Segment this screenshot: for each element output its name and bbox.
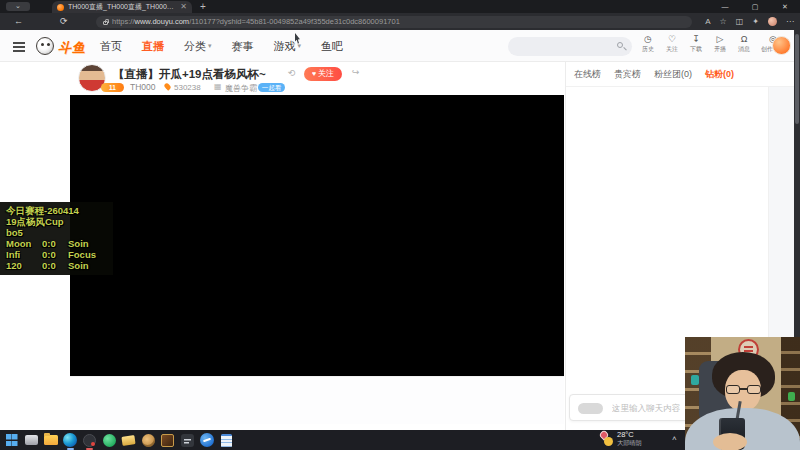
taskbar: 28°C 大部晴朗 ˄: [0, 430, 800, 450]
nav-live[interactable]: 直播: [142, 39, 164, 54]
weather-desc: 大部晴朗: [617, 439, 642, 447]
webcam-person-hand: [713, 433, 747, 450]
share-icon[interactable]: ↪: [352, 67, 360, 77]
browser-tabstrip: ⌄ TH000直播_TH000直播_TH000视… ✕ + — ▢ ✕: [0, 0, 800, 13]
taskbar-weather[interactable]: 28°C 大部晴朗: [600, 431, 643, 447]
more-menu-icon[interactable]: ⋯: [786, 17, 794, 26]
room-tag[interactable]: 一起看: [258, 83, 285, 93]
tab-fan-club[interactable]: 粉丝团(0): [654, 68, 692, 81]
tray-chevron-icon[interactable]: ˄: [672, 434, 677, 443]
favorite-icon[interactable]: ☆: [720, 17, 727, 26]
schedule-format: bo5: [6, 227, 111, 238]
nav-esports[interactable]: 赛事: [232, 39, 254, 54]
category-link[interactable]: 魔兽争霸: [225, 83, 257, 94]
weather-temp: 28°C: [617, 431, 643, 439]
match-row: Infi0:0Focus: [6, 249, 111, 260]
window-controls: — ▢ ✕: [710, 0, 800, 13]
back-icon[interactable]: ←: [14, 16, 23, 26]
schedule-title: 今日赛程-260414: [6, 205, 111, 216]
action-download[interactable]: ↧下载: [684, 33, 708, 54]
w3champions-icon[interactable]: [180, 433, 195, 448]
game-avatar-icon[interactable]: [141, 433, 156, 448]
extensions-icon[interactable]: ✦: [752, 17, 759, 26]
url-text: https://www.douyu.com/110177?dyshid=45b8…: [112, 17, 400, 26]
maximize-button[interactable]: ▢: [740, 0, 770, 13]
webcam-shelf-item: [788, 392, 795, 401]
schedule-subtitle: 19点杨风Cup: [6, 216, 111, 227]
nav-categories[interactable]: 分类▾: [184, 39, 212, 54]
search-box: [508, 37, 632, 56]
schedule-overlay: 今日赛程-260414 19点杨风Cup bo5 Moon0:0Soin Inf…: [0, 202, 113, 275]
read-aloud-icon[interactable]: A: [705, 17, 710, 26]
search-icon[interactable]: [617, 42, 623, 48]
action-broadcast[interactable]: ▷开播: [708, 33, 732, 54]
webcam-overlay: [685, 337, 800, 450]
douyu-logo-text[interactable]: 斗鱼: [58, 39, 86, 57]
minimize-button[interactable]: —: [710, 0, 740, 13]
lock-icon: [103, 21, 108, 25]
start-icon[interactable]: [4, 433, 19, 448]
tab-diamond-fans[interactable]: 钻粉(0): [705, 68, 734, 81]
hamburger-menu-icon[interactable]: [13, 42, 25, 52]
file-explorer-icon[interactable]: [43, 433, 58, 448]
action-history[interactable]: ◷历史: [636, 33, 660, 54]
category-grid-icon: ▦: [214, 82, 222, 91]
nav-fishbar[interactable]: 鱼吧: [321, 39, 343, 54]
task-view-icon[interactable]: [24, 433, 39, 448]
sidebar-tabs: 在线榜 贵宾榜 粉丝团(0) 钻粉(0): [566, 62, 794, 87]
user-avatar[interactable]: [772, 36, 791, 55]
split-screen-icon[interactable]: ◫: [736, 17, 744, 26]
close-button[interactable]: ✕: [770, 0, 800, 13]
toolbar-icons: A ☆ ◫ ✦ ⋯: [705, 13, 794, 30]
tab-online-rank[interactable]: 在线榜: [574, 68, 601, 81]
browser-tab-active[interactable]: TH000直播_TH000直播_TH000视… ✕: [52, 1, 192, 13]
webcam-shelf-item: [691, 375, 699, 385]
webcam-person-glasses: [726, 385, 761, 395]
download-icon: ↧: [684, 33, 708, 45]
heart-icon: ♥: [312, 70, 316, 77]
search-input[interactable]: [518, 39, 610, 54]
header-user-actions: ◷历史 ♡关注 ↧下载 ▷开播 Ω消息 ◎创作中心: [636, 33, 790, 54]
match-row: 1200:0Soin: [6, 260, 111, 271]
tab-vip-rank[interactable]: 贵宾榜: [614, 68, 641, 81]
action-follow[interactable]: ♡关注: [660, 33, 684, 54]
broadcast-icon: ▷: [708, 33, 732, 45]
history-icon: ◷: [636, 33, 660, 45]
heart-outline-icon: ♡: [660, 33, 684, 45]
site-header: 斗鱼 首页 直播 分类▾ 赛事 游戏▾ 鱼吧 ◷历史 ♡关注 ↧下载 ▷开播 Ω…: [0, 30, 800, 62]
notepad-icon[interactable]: [219, 433, 234, 448]
player-control-area: [70, 376, 564, 424]
douyu-favicon: [57, 4, 64, 11]
chat-badge-button[interactable]: [578, 403, 603, 414]
tab-title: TH000直播_TH000直播_TH000视…: [68, 2, 176, 12]
screen-recorder-icon[interactable]: [82, 433, 97, 448]
refresh-icon[interactable]: ⟲: [288, 68, 296, 78]
follow-button[interactable]: ♥ 关注: [304, 67, 342, 81]
address-bar[interactable]: https://www.douyu.com/110177?dyshid=45b8…: [96, 16, 692, 28]
edge-browser-icon[interactable]: [63, 433, 78, 448]
main-nav: 首页 直播 分类▾ 赛事 游戏▾ 鱼吧: [100, 30, 343, 62]
streamer-name[interactable]: TH000: [130, 82, 156, 92]
streamer-level-badge: 11: [101, 83, 124, 93]
battle-net-icon[interactable]: [199, 433, 214, 448]
weather-icon: [600, 431, 614, 447]
tab-search-button[interactable]: ⌄: [6, 2, 30, 11]
game-green-icon[interactable]: [102, 433, 117, 448]
browser-toolbar: ← ⟳ https://www.douyu.com/110177?dyshid=…: [0, 13, 800, 30]
game-ticket-icon[interactable]: [121, 433, 136, 448]
heat-count: 530238: [174, 83, 201, 92]
action-messages[interactable]: Ω消息: [732, 33, 756, 54]
warcraft3-icon[interactable]: [160, 433, 175, 448]
reload-icon[interactable]: ⟳: [60, 16, 68, 26]
caret-down-icon: ▾: [208, 42, 212, 50]
new-tab-button[interactable]: +: [200, 1, 206, 12]
nav-home[interactable]: 首页: [100, 39, 122, 54]
screen: ⌄ TH000直播_TH000直播_TH000视… ✕ + — ▢ ✕ ← ⟳ …: [0, 0, 800, 450]
tab-close-icon[interactable]: ✕: [180, 3, 187, 11]
douyu-mascot-logo[interactable]: [36, 37, 54, 55]
taskbar-icons: [4, 433, 234, 448]
nav-games[interactable]: 游戏▾: [274, 39, 302, 54]
browser-profile-avatar[interactable]: [768, 17, 777, 26]
heat-flame-icon: [163, 82, 171, 90]
video-player[interactable]: [70, 95, 564, 376]
